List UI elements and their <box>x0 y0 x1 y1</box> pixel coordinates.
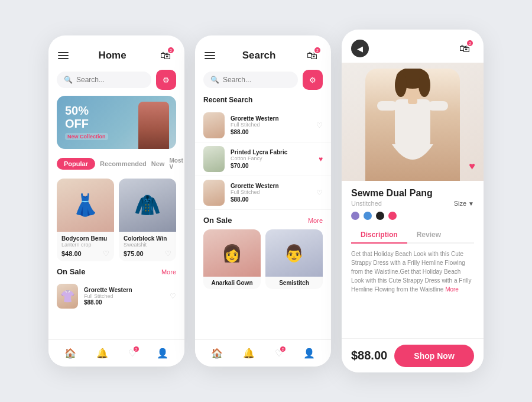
result-image <box>203 146 225 172</box>
cart-badge: 2 <box>467 40 473 46</box>
detail-footer: $88.00 Shop Now <box>342 338 484 372</box>
on-sale-more[interactable]: More <box>161 268 176 275</box>
color-option-blue[interactable] <box>364 212 372 220</box>
sale-item-name: Grorette Western <box>84 287 164 293</box>
color-option-black[interactable] <box>376 212 384 220</box>
result-info: Grorette Western Full Stitched $88.00 <box>231 183 310 203</box>
product-model <box>365 69 460 181</box>
cart-button[interactable]: 🛍 2 <box>156 46 175 65</box>
size-selector[interactable]: Size ▼ <box>454 200 474 207</box>
nav-home[interactable]: 🏠 <box>211 348 223 359</box>
heart-button[interactable]: ♡ <box>316 121 323 129</box>
result-name: Printed Lycra Fabric <box>231 149 313 155</box>
cart-badge: 2 <box>168 47 174 53</box>
search-bar: 🔍 ⚙ <box>195 70 331 90</box>
search-screen: Search 🛍 2 🔍 ⚙ Recent Search Grorette We… <box>195 35 331 367</box>
bottom-nav: 🏠 🔔 ♡ 2 👤 <box>48 339 184 367</box>
heart-button[interactable]: ♡ <box>165 249 171 258</box>
color-option-purple[interactable] <box>351 212 359 220</box>
product-image: 👗 <box>57 179 114 232</box>
sale-card-label: Anarkali Gown <box>203 277 261 289</box>
product-price-row: $48.00 ♡ <box>61 249 109 258</box>
heart-button[interactable]: ♡ <box>316 189 323 197</box>
back-button[interactable]: ◀ <box>351 40 369 57</box>
nav-heart-badge: 2 <box>280 346 286 352</box>
sale-card-image: 👨 <box>265 229 323 277</box>
category-tabs: Popular Recommended New Most V <box>48 155 184 173</box>
svg-rect-5 <box>377 101 397 111</box>
product-price: $48.00 <box>61 250 82 257</box>
search-icon: 🔍 <box>64 76 73 84</box>
result-image <box>203 112 225 138</box>
search-result-item[interactable]: Printed Lycra Fabric Cotton Fancy $70.00… <box>195 142 331 176</box>
menu-icon[interactable] <box>58 52 69 59</box>
menu-icon[interactable] <box>205 52 215 59</box>
heart-float-button[interactable]: ♥ <box>469 160 475 173</box>
result-price: $88.00 <box>231 129 310 135</box>
search-bar: 🔍 ⚙ <box>48 70 184 90</box>
result-price: $70.00 <box>231 163 313 169</box>
banner-figure <box>136 97 171 149</box>
tab-new[interactable]: New <box>151 158 165 170</box>
shop-now-button[interactable]: Shop Now <box>394 345 474 367</box>
search-input-wrap: 🔍 <box>57 72 151 88</box>
on-sale-header: On Sale More <box>195 216 331 225</box>
sale-card[interactable]: 👩 Anarkali Gown <box>203 229 261 289</box>
product-card[interactable]: 🧥 Colorblock Win Sweatshit $75.00 ♡ <box>119 179 176 261</box>
tab-description[interactable]: Discription <box>351 227 407 244</box>
nav-bell[interactable]: 🔔 <box>243 348 255 359</box>
search-input[interactable] <box>223 76 291 84</box>
search-input-wrap: 🔍 <box>203 72 298 88</box>
cart-button[interactable]: 🛍 2 <box>303 46 322 65</box>
search-result-item[interactable]: Grorette Western Full Stitched $88.00 ♡ <box>195 176 331 210</box>
result-name: Grorette Western <box>231 183 310 189</box>
sale-card-label: Semistitch <box>265 277 323 289</box>
nav-home[interactable]: 🏠 <box>64 348 76 359</box>
nav-bell[interactable]: 🔔 <box>96 348 108 359</box>
nav-heart[interactable]: ♡ 2 <box>275 348 283 359</box>
tab-review[interactable]: Review <box>407 227 450 244</box>
heart-button[interactable]: ♡ <box>170 292 176 300</box>
page-title: Home <box>98 50 126 61</box>
product-card[interactable]: 👗 Bodycorn Bemu Lantern crop $48.00 ♡ <box>57 179 114 261</box>
cart-badge: 2 <box>314 47 320 53</box>
result-sub: Cotton Fancy <box>231 155 313 161</box>
tab-mostv[interactable]: Most V <box>169 155 183 173</box>
tab-recommended[interactable]: Recommended <box>100 158 147 170</box>
product-sub: Unstitched <box>351 200 382 207</box>
banner-discount: 50% OFF <box>65 104 108 130</box>
nav-heart[interactable]: ♡ 2 <box>128 348 137 359</box>
on-sale-more[interactable]: More <box>308 217 323 224</box>
promo-banner[interactable]: 50% OFF New Collection <box>57 96 176 149</box>
model-svg <box>365 69 460 181</box>
on-sale-title: On Sale <box>57 267 85 276</box>
result-sub: Full Stitched <box>231 189 310 195</box>
color-option-red[interactable] <box>388 212 397 220</box>
product-grid: 👗 Bodycorn Bemu Lantern crop $48.00 ♡ 🧥 … <box>48 179 184 261</box>
search-result-item[interactable]: Grorette Western Full Stitched $88.00 ♡ <box>195 109 331 142</box>
product-sub: Sweatshit <box>124 242 171 248</box>
more-button[interactable]: More <box>445 286 459 293</box>
nav-user[interactable]: 👤 <box>157 348 168 359</box>
filter-button[interactable]: ⚙ <box>156 70 176 90</box>
heart-button[interactable]: ♥ <box>319 155 323 163</box>
result-price: $88.00 <box>231 196 310 203</box>
nav-user[interactable]: 👤 <box>303 348 315 359</box>
filter-button[interactable]: ⚙ <box>303 70 323 90</box>
cart-button[interactable]: 🛍 2 <box>455 39 474 58</box>
product-info: Bodycorn Bemu Lantern crop $48.00 ♡ <box>57 232 114 261</box>
product-price-row: $75.00 ♡ <box>124 249 171 258</box>
sale-item-image: 👚 <box>57 284 78 309</box>
sale-card-image: 👩 <box>203 229 261 277</box>
search-input[interactable] <box>76 76 144 84</box>
result-sub: Full Stitched <box>231 122 310 128</box>
product-name: Colorblock Win <box>124 235 171 242</box>
sale-list-item[interactable]: 👚 Grorette Western Full Stitched $88.00 … <box>48 281 184 312</box>
heart-button[interactable]: ♡ <box>103 249 109 258</box>
sale-card[interactable]: 👨 Semistitch <box>265 229 323 289</box>
product-image: 🧥 <box>119 179 176 232</box>
tab-popular[interactable]: Popular <box>57 158 95 170</box>
sale-item-info: Grorette Western Full Stitched $88.00 <box>84 287 164 306</box>
search-header: Search 🛍 2 <box>195 35 331 70</box>
banner-person <box>138 102 169 149</box>
